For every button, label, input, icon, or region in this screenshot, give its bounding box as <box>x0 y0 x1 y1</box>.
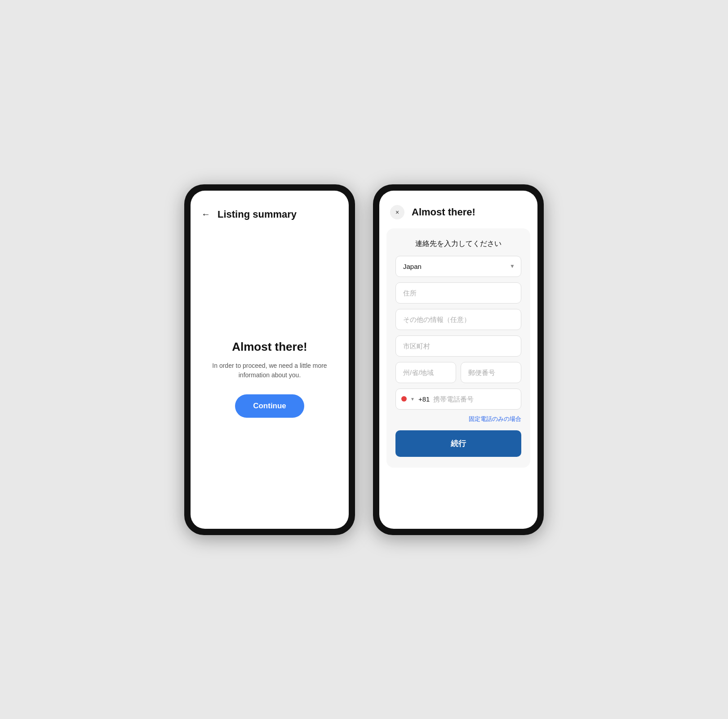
left-phone-inner: ← Listing summary Almost there! In order… <box>191 191 349 529</box>
listing-header: ← Listing summary <box>191 191 349 229</box>
country-select-wrapper: Japan United States United Kingdom Austr… <box>395 256 521 277</box>
right-phone: × Almost there! 連絡先を入力してください Japan Unite… <box>373 184 544 535</box>
listing-screen: ← Listing summary Almost there! In order… <box>191 191 349 529</box>
form-screen: × Almost there! 連絡先を入力してください Japan Unite… <box>379 191 537 529</box>
listing-screen-title: Listing summary <box>218 209 297 220</box>
country-select[interactable]: Japan United States United Kingdom Austr… <box>395 256 521 277</box>
state-input[interactable] <box>395 362 456 383</box>
left-phone: ← Listing summary Almost there! In order… <box>184 184 355 535</box>
phone-input[interactable] <box>433 389 519 409</box>
phone-input-wrapper: ▼ +81 <box>395 389 521 410</box>
flag-japan <box>401 396 407 402</box>
continue-button[interactable]: Continue <box>235 394 304 418</box>
form-header: × Almost there! <box>379 191 537 228</box>
phone-prefix: +81 <box>418 395 430 403</box>
address2-input[interactable] <box>395 309 521 330</box>
address-input[interactable] <box>395 282 521 304</box>
back-button[interactable]: ← <box>201 209 210 219</box>
form-header-title: Almost there! <box>412 206 475 218</box>
city-input[interactable] <box>395 335 521 357</box>
submit-button[interactable]: 続行 <box>395 430 521 457</box>
close-icon: × <box>395 209 399 216</box>
close-button[interactable]: × <box>390 205 404 219</box>
almost-title-left: Almost there! <box>232 340 307 354</box>
listing-content: Almost there! In order to proceed, we ne… <box>191 229 349 529</box>
state-zip-row <box>395 362 521 383</box>
chevron-down-icon[interactable]: ▼ <box>410 397 415 402</box>
right-phone-inner: × Almost there! 連絡先を入力してください Japan Unite… <box>379 191 537 529</box>
almost-description: In order to proceed, we need a little mo… <box>205 361 334 380</box>
form-subtitle: 連絡先を入力してください <box>395 239 521 249</box>
screen-container: ← Listing summary Almost there! In order… <box>184 184 544 535</box>
zip-input[interactable] <box>461 362 521 383</box>
landline-link[interactable]: 固定電話のみの場合 <box>395 415 521 423</box>
form-card: 連絡先を入力してください Japan United States United … <box>386 228 530 468</box>
